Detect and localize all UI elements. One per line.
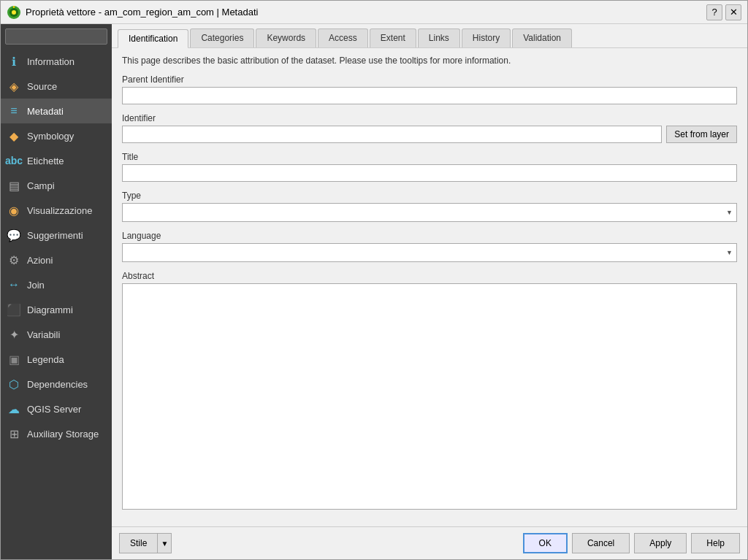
title-group: Title xyxy=(122,152,737,182)
campi-icon: ▤ xyxy=(7,178,21,193)
title-label: Title xyxy=(122,152,737,162)
variabili-icon: ✦ xyxy=(7,327,21,342)
information-icon: ℹ xyxy=(7,54,21,69)
abstract-textarea[interactable] xyxy=(122,283,737,510)
language-group: Language xyxy=(122,231,737,262)
diagrammi-icon: ⬛ xyxy=(7,302,21,317)
tab-identification[interactable]: Identification xyxy=(118,29,188,48)
tab-categories[interactable]: Categories xyxy=(190,28,254,47)
legenda-icon: ▣ xyxy=(7,352,21,367)
type-select[interactable] xyxy=(122,203,737,222)
sidebar-label-etichette: Etichette xyxy=(27,156,64,166)
svg-rect-3 xyxy=(13,6,15,8)
sidebar-item-suggerimenti[interactable]: 💬 Suggerimenti xyxy=(1,223,112,248)
abstract-group: Abstract xyxy=(122,271,737,512)
parent-identifier-group: Parent Identifier xyxy=(122,74,737,104)
tab-keywords[interactable]: Keywords xyxy=(256,28,316,47)
sidebar-label-source: Source xyxy=(27,81,57,92)
type-label: Type xyxy=(122,191,737,201)
stile-group: Stile ▼ xyxy=(119,533,172,553)
cancel-button[interactable]: Cancel xyxy=(572,533,630,553)
sidebar-label-campi: Campi xyxy=(27,180,55,191)
titlebar-buttons: ? ✕ xyxy=(706,4,741,20)
sidebar-item-qgis-server[interactable]: ☁ QGIS Server xyxy=(1,396,112,421)
etichette-icon: abc xyxy=(7,153,21,168)
tab-links[interactable]: Links xyxy=(418,28,460,47)
sidebar-item-join[interactable]: ↔ Join xyxy=(1,272,112,297)
tab-validation[interactable]: Validation xyxy=(512,28,572,47)
tab-history[interactable]: History xyxy=(462,28,511,47)
sidebar-item-source[interactable]: ◈ Source xyxy=(1,74,112,99)
sidebar: ℹ Information ◈ Source ≡ Metadati ◆ Symb… xyxy=(1,24,112,559)
sidebar-label-suggerimenti: Suggerimenti xyxy=(27,230,83,241)
tabs-container: Identification Categories Keywords Acces… xyxy=(112,24,747,48)
visualizzazione-icon: ◉ xyxy=(7,203,21,218)
parent-identifier-label: Parent Identifier xyxy=(122,74,737,85)
sidebar-item-dependencies[interactable]: ⬡ Dependencies xyxy=(1,372,112,396)
type-select-wrapper xyxy=(122,203,737,222)
main-content: ℹ Information ◈ Source ≡ Metadati ◆ Symb… xyxy=(1,24,747,559)
symbology-icon: ◆ xyxy=(7,129,21,143)
sidebar-item-visualizzazione[interactable]: ◉ Visualizzazione xyxy=(1,198,112,223)
svg-point-2 xyxy=(12,10,16,15)
suggerimenti-icon: 💬 xyxy=(7,228,21,242)
sidebar-item-diagrammi[interactable]: ⬛ Diagrammi xyxy=(1,297,112,322)
help-button[interactable]: Help xyxy=(691,533,740,553)
sidebar-item-legenda[interactable]: ▣ Legenda xyxy=(1,347,112,372)
search-bar[interactable] xyxy=(1,24,112,49)
sidebar-item-metadati[interactable]: ≡ Metadati xyxy=(1,99,112,123)
search-input[interactable] xyxy=(5,28,107,45)
set-from-layer-button[interactable]: Set from layer xyxy=(666,126,737,143)
identifier-group: Identifier Set from layer xyxy=(122,113,737,143)
sidebar-item-symbology[interactable]: ◆ Symbology xyxy=(1,123,112,148)
dependencies-icon: ⬡ xyxy=(7,377,21,391)
main-window: Proprietà vettore - am_com_region_am_com… xyxy=(0,0,748,560)
parent-identifier-input[interactable] xyxy=(122,87,737,104)
join-icon: ↔ xyxy=(7,277,21,292)
stile-button[interactable]: Stile xyxy=(119,533,157,553)
azioni-icon: ⚙ xyxy=(7,253,21,267)
sidebar-item-variabili[interactable]: ✦ Variabili xyxy=(1,322,112,347)
help-button[interactable]: ? xyxy=(706,4,722,20)
sidebar-label-visualizzazione: Visualizzazione xyxy=(27,205,92,216)
stile-arrow-button[interactable]: ▼ xyxy=(157,533,172,553)
ok-button[interactable]: OK xyxy=(523,533,568,553)
sidebar-label-diagrammi: Diagrammi xyxy=(27,304,73,315)
titlebar-left: Proprietà vettore - am_com_region_am_com… xyxy=(7,5,258,20)
window-title: Proprietà vettore - am_com_region_am_com… xyxy=(26,7,258,18)
sidebar-item-azioni[interactable]: ⚙ Azioni xyxy=(1,248,112,272)
sidebar-label-azioni: Azioni xyxy=(27,255,53,266)
qgis-logo-icon xyxy=(7,5,21,20)
titlebar: Proprietà vettore - am_com_region_am_com… xyxy=(1,1,747,24)
title-input[interactable] xyxy=(122,164,737,182)
sidebar-label-dependencies: Dependencies xyxy=(27,379,88,390)
apply-button[interactable]: Apply xyxy=(634,533,687,553)
identifier-label: Identifier xyxy=(122,113,737,123)
metadati-icon: ≡ xyxy=(7,104,21,118)
identifier-input[interactable] xyxy=(122,126,662,143)
sidebar-item-campi[interactable]: ▤ Campi xyxy=(1,173,112,198)
sidebar-item-information[interactable]: ℹ Information xyxy=(1,49,112,74)
sidebar-label-variabili: Variabili xyxy=(27,329,60,340)
language-label: Language xyxy=(122,231,737,241)
type-group: Type xyxy=(122,191,737,222)
sidebar-item-etichette[interactable]: abc Etichette xyxy=(1,148,112,173)
close-button[interactable]: ✕ xyxy=(725,4,741,20)
auxiliary-storage-icon: ⊞ xyxy=(7,426,21,441)
page-description: This page describes the basic attributio… xyxy=(122,55,737,66)
identifier-row: Set from layer xyxy=(122,126,737,143)
sidebar-item-auxiliary-storage[interactable]: ⊞ Auxiliary Storage xyxy=(1,421,112,446)
sidebar-label-auxiliary-storage: Auxiliary Storage xyxy=(27,429,99,440)
sidebar-label-metadati: Metadati xyxy=(27,106,64,117)
sidebar-label-qgis-server: QGIS Server xyxy=(27,404,81,415)
qgis-server-icon: ☁ xyxy=(7,402,21,416)
language-select[interactable] xyxy=(122,243,737,262)
sidebar-label-information: Information xyxy=(27,56,75,67)
tab-access[interactable]: Access xyxy=(318,28,368,47)
sidebar-label-symbology: Symbology xyxy=(27,131,74,142)
sidebar-label-join: Join xyxy=(27,280,45,291)
right-panel: Identification Categories Keywords Acces… xyxy=(112,24,747,559)
tab-extent[interactable]: Extent xyxy=(370,28,416,47)
bottom-bar: Stile ▼ OK Cancel Apply Help xyxy=(112,526,747,559)
language-select-wrapper xyxy=(122,243,737,262)
